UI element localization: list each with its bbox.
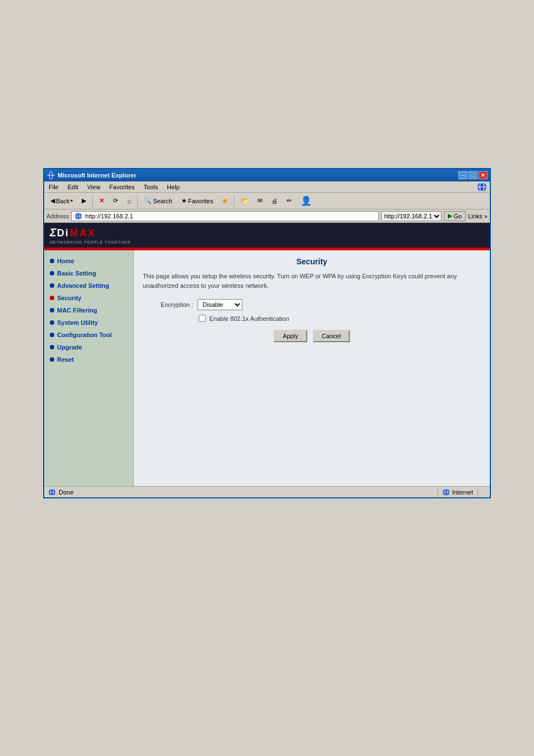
status-page-icon	[48, 488, 57, 496]
encryption-select[interactable]: Disable WEP WPA	[198, 299, 242, 310]
8021x-checkbox[interactable]	[199, 315, 206, 322]
favorites-button[interactable]: ★ Favorites	[177, 194, 217, 208]
history-icon: 📂	[241, 197, 249, 204]
menu-edit[interactable]: Edit	[65, 183, 81, 191]
address-input-wrap	[71, 211, 379, 221]
go-button[interactable]: ▶ Go	[444, 211, 466, 221]
sidebar-item-reset[interactable]: Reset	[44, 353, 133, 366]
back-arrow-icon: ◀	[50, 197, 55, 204]
edimax-logo-wrap: Σ Di MAX NETWORKING PEOPLE TOGETHER	[50, 226, 131, 244]
menu-view[interactable]: View	[85, 183, 103, 191]
title-bar-left: Microsoft Internet Explorer	[46, 171, 137, 180]
nav-dot-advanced-setting	[50, 283, 54, 288]
edit-button[interactable]: ✏	[283, 194, 296, 208]
cancel-button[interactable]: Cancel	[313, 330, 350, 342]
body-split: Home Basic Setting Advanced Setting Secu…	[44, 250, 490, 486]
forward-button[interactable]: ▶	[78, 194, 90, 208]
status-bar: Done Internet	[44, 486, 490, 497]
star-icon: ★	[181, 197, 187, 204]
page-description: This page allows you setup the wireless …	[143, 272, 481, 290]
minimize-button[interactable]: ─	[458, 171, 467, 179]
toolbar-separator-3	[234, 195, 235, 207]
go-arrow-icon: ▶	[448, 212, 452, 220]
8021x-row: Enable 802.1x Authentication	[199, 315, 481, 322]
nav-dot-configuration-tool	[50, 333, 54, 337]
address-input[interactable]	[85, 213, 376, 220]
8021x-label: Enable 802.1x Authentication	[209, 315, 289, 322]
internet-icon	[442, 488, 451, 496]
sidebar-item-home[interactable]: Home	[44, 255, 133, 267]
sidebar-item-upgrade[interactable]: Upgrade	[44, 341, 133, 353]
stop-button[interactable]: ✕	[95, 194, 108, 208]
links-button[interactable]: Links »	[468, 213, 488, 220]
encryption-row: Encryption : Disable WEP WPA	[143, 299, 481, 310]
nav-dot-basic-setting	[50, 271, 54, 276]
refresh-icon: ⟳	[113, 197, 118, 204]
sidebar-item-system-utility[interactable]: System Utility	[44, 316, 133, 329]
edimax-tagline: NETWORKING PEOPLE TOGETHER	[50, 240, 131, 244]
toolbar: ◀ Back ▾ ▶ ✕ ⟳ ⌂ 🔍 Search ★ Favorites ◉	[44, 193, 490, 209]
sidebar: Home Basic Setting Advanced Setting Secu…	[44, 250, 134, 486]
print-icon: 🖨	[271, 198, 278, 204]
menu-tools[interactable]: Tools	[142, 183, 161, 191]
sidebar-item-advanced-setting[interactable]: Advanced Setting	[44, 279, 133, 292]
home-button[interactable]: ⌂	[123, 194, 135, 208]
menu-bar: File Edit View Favorites Tools Help	[44, 181, 490, 193]
discuss-icon: 👤	[301, 195, 312, 206]
panel-content: Security This page allows you setup the …	[134, 250, 490, 349]
content-area: Σ Di MAX NETWORKING PEOPLE TOGETHER Home…	[44, 223, 490, 486]
home-icon: ⌂	[127, 198, 131, 204]
address-dropdown[interactable]: http://192.168.2.1	[381, 211, 442, 221]
media-button[interactable]: ◉	[218, 194, 232, 208]
mail-button[interactable]: ✉	[254, 194, 266, 208]
status-internet: Internet	[438, 488, 473, 496]
restore-button[interactable]: □	[469, 171, 477, 179]
main-panel: Security This page allows you setup the …	[134, 250, 490, 486]
window-title: Microsoft Internet Explorer	[58, 172, 137, 179]
back-button[interactable]: ◀ Back ▾	[46, 194, 77, 208]
page-title: Security	[143, 257, 481, 266]
forward-arrow-icon: ▶	[82, 197, 86, 204]
ie-logo-icon	[476, 183, 488, 192]
status-resize-grip	[477, 488, 486, 496]
apply-button[interactable]: Apply	[274, 330, 307, 342]
title-bar-buttons: ─ □ ✕	[458, 171, 488, 179]
search-icon: 🔍	[144, 197, 152, 204]
toolbar-separator-1	[92, 195, 93, 207]
menu-favorites[interactable]: Favorites	[107, 183, 137, 191]
edimax-header: Σ Di MAX NETWORKING PEOPLE TOGETHER	[44, 223, 490, 248]
ie-window: Microsoft Internet Explorer ─ □ ✕ File E…	[43, 168, 491, 498]
edit-icon: ✏	[287, 197, 292, 204]
menu-help[interactable]: Help	[165, 183, 182, 191]
sidebar-item-mac-filtering[interactable]: MAC Filtering	[44, 304, 133, 316]
sidebar-item-security[interactable]: Security	[44, 292, 133, 304]
back-dropdown-icon: ▾	[71, 198, 73, 203]
address-label: Address	[46, 213, 69, 220]
mail-icon: ✉	[257, 197, 263, 204]
nav-dot-security	[50, 296, 54, 300]
action-row: Apply Cancel	[143, 330, 481, 342]
internet-label: Internet	[452, 489, 473, 496]
menu-file[interactable]: File	[46, 183, 61, 191]
stop-icon: ✕	[99, 197, 104, 204]
page-icon	[74, 212, 83, 220]
refresh-button[interactable]: ⟳	[109, 194, 122, 208]
sidebar-item-basic-setting[interactable]: Basic Setting	[44, 267, 133, 279]
toolbar-separator-2	[137, 195, 138, 207]
nav-dot-home	[50, 259, 54, 263]
nav-dot-mac-filtering	[50, 308, 54, 312]
status-text: Done	[59, 489, 435, 496]
media-icon: ◉	[222, 197, 228, 204]
history-button[interactable]: 📂	[237, 194, 252, 208]
sidebar-item-configuration-tool[interactable]: Configuration Tool	[44, 329, 133, 341]
encryption-label: Encryption :	[143, 301, 193, 308]
close-button[interactable]: ✕	[479, 171, 488, 179]
discuss-button[interactable]: 👤	[297, 194, 316, 208]
ie-icon	[46, 171, 55, 180]
nav-dot-reset	[50, 357, 54, 362]
search-button[interactable]: 🔍 Search	[140, 194, 176, 208]
nav-dot-system-utility	[50, 320, 54, 325]
title-bar: Microsoft Internet Explorer ─ □ ✕	[44, 169, 490, 181]
print-button[interactable]: 🖨	[268, 194, 282, 208]
nav-dot-upgrade	[50, 345, 54, 349]
